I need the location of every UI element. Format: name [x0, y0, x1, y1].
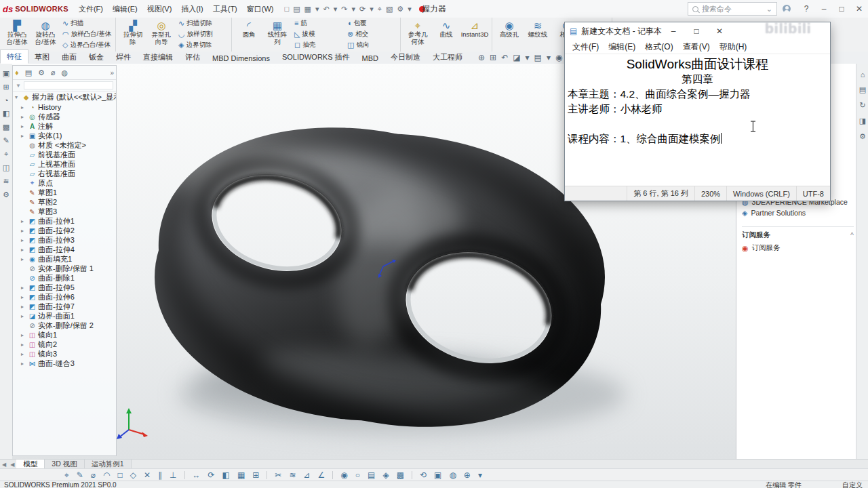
- tree-item[interactable]: ▸ ◩ 曲面-拉伸2: [13, 226, 116, 235]
- ribbon-button[interactable]: ◖ 包覆: [344, 18, 397, 28]
- tree-item[interactable]: ▸ ◩ 曲面-拉伸7: [13, 302, 116, 311]
- sketch-tool-icon[interactable]: ⊥: [170, 470, 176, 480]
- panel-tab-icon[interactable]: ⌀: [51, 68, 56, 77]
- notepad-menu-item[interactable]: 文件(F): [568, 41, 604, 53]
- left-tool-icon[interactable]: ⌖: [4, 150, 8, 159]
- expand-arrow-icon[interactable]: ▸: [21, 247, 26, 253]
- view-tool-icon[interactable]: ↶: [501, 53, 508, 62]
- taskpane-item[interactable]: ◈ Partner Solutions: [742, 207, 854, 218]
- sketch-tool-icon[interactable]: ▤: [368, 470, 375, 480]
- expand-arrow-icon[interactable]: ▸: [21, 313, 26, 319]
- expand-arrow-icon[interactable]: ▸: [21, 332, 26, 338]
- expand-arrow-icon[interactable]: ▸: [21, 361, 26, 367]
- tree-item[interactable]: ▸ ▣ 实体(1): [13, 131, 116, 140]
- help-button[interactable]: ?: [797, 4, 815, 14]
- view-tool-icon[interactable]: ⊞: [490, 53, 496, 62]
- expand-arrow-icon[interactable]: ▸: [21, 304, 26, 310]
- tree-item[interactable]: ✎ 草图1: [13, 188, 116, 197]
- sketch-tool-icon[interactable]: ∠: [318, 470, 326, 480]
- sketch-tool-icon[interactable]: ◍: [449, 470, 456, 480]
- expand-arrow-icon[interactable]: ▸: [21, 104, 26, 110]
- minimize-button[interactable]: –: [815, 4, 833, 14]
- filter-icon[interactable]: ▼: [16, 83, 21, 89]
- ribbon-tab[interactable]: 曲面: [56, 51, 83, 64]
- expand-arrow-icon[interactable]: ▸: [21, 237, 26, 243]
- ribbon-button[interactable]: ◇ 边界凸台/基体: [60, 39, 113, 50]
- left-tool-icon[interactable]: ▩: [3, 123, 9, 131]
- ribbon-tab[interactable]: 特征: [0, 49, 28, 64]
- close-button[interactable]: ✕: [850, 4, 868, 14]
- taskpane-tab-icon[interactable]: ⚙: [859, 132, 866, 141]
- sketch-tool-icon[interactable]: ⟲: [420, 470, 427, 480]
- toolbar-icon[interactable]: ▾: [332, 5, 340, 14]
- sketch-tool-icon[interactable]: ◧: [222, 470, 230, 480]
- left-tool-icon[interactable]: ⚙: [3, 190, 9, 199]
- view-tool-icon[interactable]: ◉: [555, 53, 562, 62]
- panel-tab-icon[interactable]: ◍: [62, 68, 68, 77]
- sketch-tool-icon[interactable]: ⊕: [464, 470, 471, 480]
- tab-scroll-arrow-icon[interactable]: ◀: [8, 461, 16, 468]
- ribbon-button[interactable]: ◠ 放样凸台/基体: [60, 28, 113, 39]
- toolbar-icon[interactable]: ⌖: [376, 5, 384, 14]
- sketch-tool-icon[interactable]: ⌀: [91, 470, 96, 480]
- panel-tab-icon[interactable]: ▤: [25, 68, 32, 77]
- ribbon-button[interactable]: ⊗ 相交: [344, 28, 397, 39]
- toolbar-icon[interactable]: ↶: [321, 5, 332, 14]
- tree-item[interactable]: ⌖ 原点: [13, 178, 116, 188]
- toolbar-icon[interactable]: ⚙: [395, 5, 406, 14]
- taskpane-tab-icon[interactable]: ▤: [859, 85, 866, 94]
- tree-item[interactable]: ▸ ◩ 曲面-拉伸3: [13, 235, 116, 245]
- left-tool-icon[interactable]: ✎: [3, 136, 9, 145]
- view-tool-icon[interactable]: ▾: [547, 53, 551, 62]
- panel-expand-icon[interactable]: »: [110, 69, 114, 77]
- notepad-titlebar[interactable]: ▤ 新建文本文档 - 记事本 – □ ✕: [565, 22, 830, 40]
- ribbon-button[interactable]: ◺ 拔模: [292, 28, 344, 39]
- expand-arrow-icon[interactable]: ▸: [21, 256, 26, 262]
- tree-item[interactable]: ⊘ 实体-删除/保留 2: [13, 321, 116, 330]
- menu-item[interactable]: 工具(T): [208, 4, 242, 14]
- maximize-button[interactable]: □: [833, 4, 850, 14]
- ribbon-tab[interactable]: MBD: [356, 53, 384, 64]
- ribbon-button[interactable]: ≡ 筋: [292, 18, 344, 28]
- sketch-tool-icon[interactable]: ⟳: [208, 470, 215, 480]
- tree-item[interactable]: ▸ ◩ 曲面-拉伸4: [13, 245, 116, 254]
- model-tab[interactable]: 模型: [16, 460, 45, 469]
- menu-item[interactable]: 编辑(E): [108, 4, 142, 14]
- tree-item[interactable]: ⊘ 实体-删除/保留 1: [13, 264, 116, 273]
- left-tool-icon[interactable]: ◔: [4, 96, 9, 104]
- tree-item[interactable]: ▸ ◩ 曲面-拉伸6: [13, 292, 116, 302]
- tree-item[interactable]: ▱ 前视基准面: [13, 150, 116, 159]
- toolbar-icon[interactable]: ▦: [302, 5, 313, 14]
- ribbon-button[interactable]: ⌖ 参考几 何体: [403, 18, 432, 52]
- notepad-menu-item[interactable]: 帮助(H): [715, 41, 752, 53]
- menu-item[interactable]: 窗口(W): [242, 4, 279, 14]
- minimize-button[interactable]: –: [662, 22, 685, 40]
- tree-item[interactable]: ▸ A 注解: [13, 121, 116, 131]
- view-tool-icon[interactable]: ▤: [534, 53, 542, 62]
- sketch-tool-icon[interactable]: □: [118, 470, 123, 480]
- model-tab[interactable]: 运动算例1: [85, 460, 132, 469]
- tree-root-item[interactable]: ▾ ◆ 握力器 (默认<<默认>_显示状态 1>): [13, 92, 116, 102]
- sketch-tool-icon[interactable]: ∥: [158, 470, 162, 480]
- notepad-menu-item[interactable]: 编辑(E): [604, 41, 640, 53]
- toolbar-icon[interactable]: ▾: [313, 5, 321, 14]
- sketch-tool-icon[interactable]: ▣: [434, 470, 441, 480]
- sketch-tool-icon[interactable]: ↔: [193, 470, 201, 480]
- ribbon-tab[interactable]: 草图: [28, 51, 56, 64]
- expand-arrow-icon[interactable]: ▸: [21, 285, 26, 291]
- ribbon-tab[interactable]: 评估: [179, 51, 206, 64]
- left-tool-icon[interactable]: ▣: [3, 69, 9, 78]
- ribbon-button[interactable]: ◈ 边界切除: [176, 39, 229, 50]
- expand-arrow-icon[interactable]: ▸: [21, 133, 26, 139]
- toolbar-icon[interactable]: ▤: [291, 5, 302, 14]
- ribbon-button[interactable]: ◎ 异型孔 向导: [147, 18, 176, 52]
- ribbon-button[interactable]: ▛ 拉伸凸 台/基体: [3, 18, 31, 52]
- sketch-tool-icon[interactable]: ◉: [340, 470, 347, 480]
- tree-item[interactable]: ◍ 材质 <未指定>: [13, 140, 116, 150]
- user-icon[interactable]: [783, 5, 791, 13]
- sketch-tool-icon[interactable]: ▩: [397, 470, 404, 480]
- menu-item[interactable]: 插入(I): [176, 4, 208, 14]
- ribbon-button[interactable]: ▞ 拉伸切 除: [119, 18, 147, 52]
- taskpane-tab-icon[interactable]: ◨: [859, 117, 866, 125]
- sketch-tool-icon[interactable]: ○: [355, 470, 360, 480]
